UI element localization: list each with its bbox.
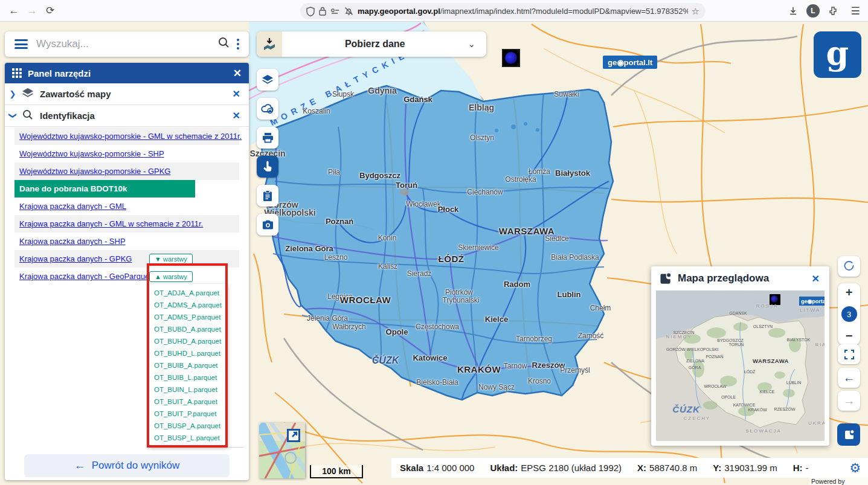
browser-toolbar: ← → ⟳ mapy.geoportal.gov.pl/imapnext/ima… (0, 0, 868, 22)
settings-gear-icon[interactable]: ⚙ (849, 461, 861, 475)
y-coordinate-readout: Y:319031.99 m (713, 463, 777, 473)
add-cloud-data-button[interactable] (257, 98, 278, 120)
powered-by-label: Powered by GISPartner (809, 478, 868, 485)
chevron-right-icon[interactable]: ❯ (5, 89, 21, 98)
parquet-layer-item[interactable]: OT_BUBD_A.parquet (154, 323, 228, 335)
result-link-row: Województwo kujawsko-pomorskie - GML w s… (14, 127, 239, 145)
parquet-layer-item[interactable]: OT_BUIT_P.parquet (154, 408, 228, 420)
result-link-row: Województwo kujawsko-pomorskie - GPKG (14, 162, 239, 180)
search-input[interactable] (36, 38, 214, 50)
more-options-icon[interactable] (237, 39, 239, 50)
url-text[interactable]: mapy.geoportal.gov.pl/imapnext/imap/inde… (358, 7, 688, 16)
section-map-content-close-icon[interactable]: ✕ (233, 88, 240, 100)
notifications-blocked-icon[interactable] (344, 7, 353, 16)
scale-bar: 100 km (310, 465, 363, 478)
rotate-reset-button[interactable] (838, 256, 860, 277)
apps-grid-icon (12, 68, 22, 78)
overview-map-toggle-button[interactable] (837, 423, 860, 446)
overview-city-label: TORUŃ (729, 342, 744, 347)
search-icon[interactable] (218, 37, 230, 51)
overview-map-panel: Mapa przeglądowa ✕ ge◉portal.lt GDAŃSKOL… (651, 266, 829, 446)
result-link[interactable]: Krajowa paczka danych - GeoParquet (19, 272, 152, 281)
chevron-down-icon[interactable]: ❯ (8, 108, 18, 124)
overview-country-label: BIA (815, 342, 825, 347)
download-section-header: Dane do pobrania BDOT10k (14, 180, 195, 198)
downloads-icon[interactable] (788, 6, 798, 16)
result-link[interactable]: Krajowa paczka danych - GML w schemacie … (19, 219, 203, 228)
crs-readout: Układ:EPSG 2180 (układ 1992) (490, 463, 622, 473)
result-link[interactable]: Województwo kujawsko-pomorskie - GPKG (19, 167, 170, 176)
section-identification-close-icon[interactable]: ✕ (233, 110, 240, 121)
parquet-layer-item[interactable]: OT_BUSP_A.parquet (154, 420, 228, 432)
browser-menu-icon[interactable]: ☰ (846, 5, 864, 18)
section-map-content[interactable]: ❯ Zawartość mapy ✕ (5, 83, 249, 105)
zoom-level-badge: 3 (841, 306, 857, 322)
street-map-thumbnail[interactable] (259, 423, 305, 478)
overview-city-label: OLSZTYN (753, 324, 773, 329)
dropdown-divider (149, 447, 243, 448)
parquet-layer-item[interactable]: OT_BUHD_L.parquet (154, 347, 228, 359)
parquet-layer-item[interactable]: OT_BUIT_A.parquet (154, 396, 228, 408)
parquet-layer-item[interactable]: OT_ADMS_A.parquet (154, 299, 228, 311)
shield-icon[interactable] (306, 7, 315, 16)
parquet-layer-item[interactable]: OT_BUSP_L.parquet (154, 432, 228, 444)
overview-city-label: OPOLE (721, 395, 736, 399)
url-bar[interactable]: mapy.geoportal.gov.pl/imapnext/imap/inde… (300, 3, 706, 19)
result-link[interactable]: Województwo kujawsko-pomorskie - GML w s… (19, 132, 242, 141)
section-identification[interactable]: ❯ Identyfikacja ✕ (5, 105, 249, 127)
overview-city-label: POZNAŃ (706, 355, 723, 359)
zoom-out-button[interactable]: − (846, 330, 853, 341)
result-link[interactable]: Krajowa paczka danych - GML (19, 202, 126, 211)
overview-map-close-icon[interactable]: ✕ (812, 273, 820, 284)
account-avatar[interactable]: L (806, 4, 820, 18)
parquet-layer-item[interactable]: OT_BUIN_L.parquet (154, 384, 228, 396)
x-coordinate-readout: X:588740.8 m (637, 463, 697, 473)
parquet-layer-item[interactable]: OT_BUHD_A.parquet (154, 335, 228, 347)
open-external-icon[interactable] (287, 429, 300, 442)
overview-minimap[interactable]: ge◉portal.lt GDAŃSKOLSZTYNSZCZECINBYDGOS… (656, 291, 825, 441)
extension-icon[interactable] (828, 6, 838, 16)
bookmark-star-icon[interactable]: ☆ (692, 6, 699, 17)
print-button[interactable] (257, 127, 278, 149)
overview-city-label: BIAŁYSTOK (787, 338, 811, 342)
parquet-layer-item[interactable]: OT_BUIB_A.parquet (154, 359, 228, 371)
result-link[interactable]: Krajowa paczka danych - GPKG (19, 254, 132, 263)
layers-toggle-button-expanded[interactable]: ▲ warstwy (149, 271, 193, 282)
history-back-button[interactable]: ← (838, 368, 860, 388)
clipboard-button[interactable] (257, 185, 278, 207)
screenshot-camera-button[interactable] (257, 214, 278, 236)
lock-icon[interactable] (319, 7, 326, 16)
result-link[interactable]: Województwo kujawsko-pomorskie - SHP (19, 149, 164, 158)
overview-geoportal-lt-watermark: ge◉portal.lt (799, 297, 825, 306)
fullscreen-button[interactable] (838, 344, 860, 364)
browser-back-button[interactable]: ← (5, 5, 23, 17)
parquet-layers-dropdown: OT_ADJA_A.parquetOT_ADMS_A.parquetOT_ADM… (149, 284, 228, 447)
history-forward-button[interactable]: → (838, 391, 860, 411)
parquet-layer-item[interactable]: OT_ADMS_P.parquet (154, 311, 228, 323)
zoom-in-button[interactable]: + (846, 287, 853, 298)
parquet-layer-item[interactable]: OT_ADJA_A.parquet (154, 287, 228, 299)
geoportal-logo-button[interactable]: g (814, 31, 861, 78)
download-chevron-down-icon: ⌄ (468, 39, 475, 50)
scale-readout: Skala1:4 000 000 (400, 463, 474, 473)
overview-city-label: GORZÓW WIELKOPOLSKI (666, 347, 719, 352)
back-arrow-icon: ← (74, 459, 86, 472)
identify-pointer-button[interactable] (257, 156, 278, 178)
parquet-layer-item[interactable]: OT_BUIB_L.parquet (154, 371, 228, 384)
download-data-dropdown[interactable]: Pobierz dane ⌄ (257, 31, 486, 57)
result-link-row: Krajowa paczka danych - SHP (14, 233, 239, 250)
section-identification-label: Identyfikacja (40, 111, 233, 121)
permissions-icon[interactable] (330, 7, 340, 16)
menu-hamburger-icon[interactable] (14, 39, 28, 49)
browser-forward-button[interactable]: → (23, 5, 41, 17)
overview-map-title: Mapa przeglądowa (678, 272, 812, 284)
result-link[interactable]: Krajowa paczka danych - SHP (19, 237, 126, 246)
layers-toggle-button-collapsed[interactable]: ▼ warstwy (149, 254, 193, 265)
section-header-label: Dane do pobrania BDOT10k (19, 184, 127, 193)
back-to-results-button[interactable]: ← Powrót do wyników (24, 454, 230, 477)
zoom-control: + 3 − (838, 283, 860, 345)
browser-reload-button[interactable]: ⟳ (41, 4, 59, 17)
tools-panel-close-icon[interactable]: ✕ (233, 67, 242, 80)
layers-tool-button[interactable] (257, 69, 278, 91)
overview-cuzk-watermark: ČÚZK (672, 404, 700, 414)
